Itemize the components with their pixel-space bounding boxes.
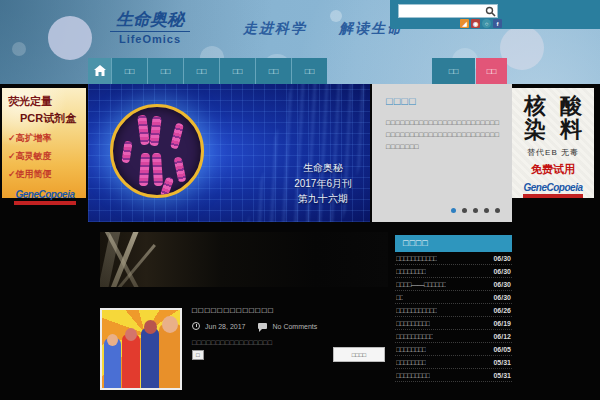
list-item-date: 06/30 [493,268,511,275]
rss-icon[interactable]: ◢ [460,19,469,28]
nav-item-6[interactable]: □□ [291,58,327,84]
nav-item-label: □□ [125,67,135,76]
clock-icon [192,322,200,330]
carousel-text-panel: □□□□ □□□□□□□□□□□□□□□□□□□□□□□□□□□□□□□□□□□… [372,84,512,222]
ad-char: 料 [556,117,586,141]
issue-month: 2017年6月刊 [294,176,352,192]
ad-bullet: ✓高扩增率 [8,132,82,145]
site-logo[interactable]: 生命奥秘 LifeOmics [110,10,190,45]
list-item[interactable]: □□□□□□□□□□□ 06/30 [395,252,512,265]
list-item-title: □□□□□□□□ [396,346,426,353]
nav-right-teal-button[interactable]: □□ [432,58,475,84]
list-item[interactable]: □□□□□□□□ 05/31 [395,356,512,369]
left-ad-banner[interactable]: 荧光定量 PCR试剂盒 ✓高扩增率 ✓高灵敏度 ✓使用简便 GeneCopoei… [2,88,86,198]
article-comments[interactable]: No Comments [272,323,317,330]
featured-banner-image[interactable] [100,232,388,287]
list-item-title: □□□□□□□□□□□ [396,307,437,314]
panel-title[interactable]: □□□□ [386,95,417,107]
list-item[interactable]: □□□□□□□□ 06/05 [395,343,512,356]
chromosome [121,141,132,164]
article-summary: □□□□□□□□□□□□□ Jun 28, 2017 No Comments □… [192,306,388,346]
nav-right-label: □□ [449,67,459,76]
issue-caption: 生命奥秘 2017年6月刊 第九十六期 [294,160,352,207]
list-item-title: □□□□□□□□ [396,268,426,275]
list-item-title: □□□□□□□□□ [396,320,430,327]
nav-item-5[interactable]: □□ [255,58,291,84]
nav-item-label: □□ [269,67,279,76]
list-item-date: 06/30 [493,255,511,262]
list-item-date: 06/30 [493,294,511,301]
issue-number: 第九十六期 [294,191,352,207]
carousel-pagination [451,208,500,213]
list-item-date: 06/12 [493,333,511,340]
nav-right-label: □□ [487,67,497,76]
nav-item-4[interactable]: □□ [219,58,255,84]
carousel-dot-4[interactable] [484,208,489,213]
search-button[interactable] [484,5,497,17]
thumbnail-figure-head [107,334,118,346]
list-item-title: □□ [396,294,403,301]
bubble-decoration [48,16,92,60]
chromosome [170,122,184,149]
nav-item-1[interactable]: □□ [111,58,147,84]
issue-title: 生命奥秘 [294,160,352,176]
nav-item-3[interactable]: □□ [183,58,219,84]
carousel-dot-5[interactable] [495,208,500,213]
list-item-date: 06/26 [493,307,511,314]
comment-icon [258,323,267,329]
thumbnail-figure [141,328,159,390]
ad-bullet: ✓高灵敏度 [8,150,82,163]
brand-bar [523,194,583,198]
read-more-button[interactable]: □□□□ [333,347,385,362]
site-tagline: 走进科学 解读生命 [243,20,403,38]
list-item[interactable]: □□□□□□□□ 06/30 [395,265,512,278]
list-item[interactable]: □□ 06/30 [395,291,512,304]
latest-articles-widget: □□□□ □□□□□□□□□□□ 06/30 □□□□□□□□ 06/30 □□… [395,235,512,382]
brand-bar [14,201,76,205]
ad-headline: 荧光定量 [8,94,82,109]
list-item[interactable]: □□□□□□□□□ 05/31 [395,369,512,382]
nav-home-tab[interactable] [88,58,111,84]
ad-bullet: ✓使用简便 [8,168,82,181]
hero-carousel-slide[interactable]: 生命奥秘 2017年6月刊 第九十六期 [88,84,370,222]
thumbnail-figure-head [125,328,137,341]
article-excerpt: □□□□□□□□□□□□□□□□□ [192,339,388,346]
list-item-title: □□□□——□□□□□□ [396,281,446,288]
article-title[interactable]: □□□□□□□□□□□□□ [192,306,388,315]
ad-headline-2: PCR试剂盒 [20,111,82,126]
search-input[interactable] [398,4,498,18]
carousel-dot-3[interactable] [473,208,478,213]
thumbnail-figure [122,334,140,390]
nav-right-pink-button[interactable]: □□ [476,58,507,84]
list-item[interactable]: □□□□——□□□□□□ 06/30 [395,278,512,291]
list-item[interactable]: □□□□□□□□□□ 06/12 [395,330,512,343]
panel-body-text: □□□□□□□□□□□□□□□□□□□□□□□□□□□□□□□□□□□□□□□□… [386,117,502,153]
facebook-icon[interactable]: f [493,19,502,28]
qq-icon[interactable]: ○ [482,19,491,28]
tagline-left: 走进科学 [243,20,307,36]
chromosome [152,153,163,187]
list-item-date: 05/31 [493,359,511,366]
weibo-icon[interactable]: ◉ [471,19,480,28]
article-meta: Jun 28, 2017 No Comments [192,322,388,330]
list-item-title: □□□□□□□□ [396,359,426,366]
search-icon [485,5,496,20]
carousel-dot-2[interactable] [462,208,467,213]
search-panel: ◢ ◉ ○ f [390,0,600,29]
ad-char: 核 [520,93,550,117]
right-ad-banner[interactable]: 核 酸 染 料 替代EB 无毒 免费试用 GeneCopoeia [512,88,594,198]
list-item[interactable]: □□□□□□□□□□□ 06/26 [395,304,512,317]
carousel-dot-1[interactable] [451,208,456,213]
page: 生命奥秘 LifeOmics 走进科学 解读生命 ◢ ◉ ○ f [0,0,600,400]
home-icon [94,62,106,80]
social-links: ◢ ◉ ○ f [460,19,502,28]
nav-item-2[interactable]: □□ [147,58,183,84]
ad-char: 酸 [556,93,586,117]
list-item-title: □□□□□□□□□ [396,372,430,379]
thumbnail-figure [159,324,182,390]
article-tag-badge[interactable]: □ [192,350,204,360]
ad-char: 染 [520,117,550,141]
list-item[interactable]: □□□□□□□□□ 06/19 [395,317,512,330]
nav-item-label: □□ [197,67,207,76]
article-thumbnail[interactable] [100,308,182,390]
